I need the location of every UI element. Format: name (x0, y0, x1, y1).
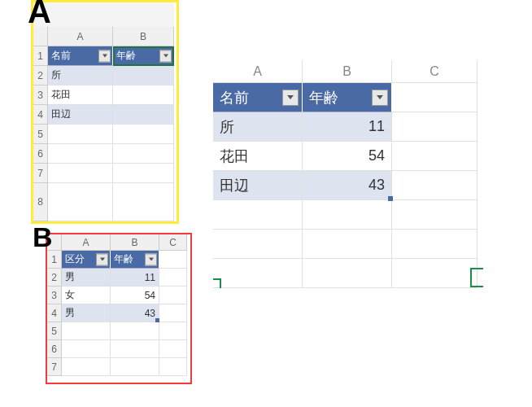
cell-c4[interactable] (392, 171, 477, 200)
cell-b7[interactable] (303, 259, 392, 288)
cell-c6[interactable] (392, 230, 477, 259)
cell-a7[interactable] (62, 358, 111, 376)
table-header-age[interactable]: 年齢 (111, 251, 159, 269)
cell-a4[interactable]: 男 (62, 304, 111, 322)
filter-dropdown-name[interactable] (98, 50, 111, 62)
cell-c3[interactable] (392, 142, 477, 171)
sheet-c: A B C 名前 年齢 所 11 花田 54 田辺 43 (213, 60, 482, 296)
col-header-a[interactable]: A (62, 234, 111, 251)
row-header-7[interactable]: 7 (33, 164, 48, 183)
cell-a2[interactable]: 所 (48, 66, 113, 85)
cell-b4[interactable]: 43 (111, 304, 159, 322)
cell-c2[interactable] (392, 112, 477, 142)
cell-c5[interactable] (392, 200, 477, 230)
table-header-name-label: 名前 (51, 49, 71, 63)
cell-b7[interactable] (113, 164, 174, 183)
col-header-a[interactable]: A (48, 27, 113, 46)
panel-b: A B C 1 区分 年齢 2 男 11 3 女 54 4 男 43 5 6 (46, 233, 192, 384)
table-header-age-label: 年齢 (309, 88, 338, 107)
cell-b4[interactable]: 43 (303, 171, 392, 200)
filter-dropdown-age[interactable] (159, 50, 172, 62)
row-header-1[interactable]: 1 (47, 251, 62, 269)
cell-b3[interactable]: 54 (303, 142, 392, 171)
cell-b5[interactable] (303, 200, 392, 230)
cell-c7[interactable] (159, 358, 187, 376)
row-header-2[interactable]: 2 (47, 269, 62, 287)
filter-dropdown-age[interactable] (372, 90, 388, 106)
cell-a5[interactable] (48, 125, 113, 144)
cell-a6[interactable] (48, 144, 113, 164)
cell-a8[interactable] (48, 183, 113, 221)
row-header-6[interactable]: 6 (47, 340, 62, 358)
cell-a3[interactable]: 花田 (48, 85, 113, 105)
table-header-age[interactable]: 年齢 (113, 46, 174, 66)
cell-b2[interactable]: 11 (111, 269, 159, 287)
selection-marker-left (213, 278, 221, 288)
row-header-4[interactable]: 4 (33, 105, 48, 125)
cell-c3[interactable] (159, 287, 187, 304)
cell-a6[interactable] (62, 340, 111, 358)
row-header-2[interactable]: 2 (33, 66, 48, 85)
row-header-3[interactable]: 3 (33, 85, 48, 105)
cell-b4[interactable] (113, 105, 174, 125)
sheet-b: A B C 1 区分 年齢 2 男 11 3 女 54 4 男 43 5 6 (47, 234, 190, 383)
cell-c1[interactable] (159, 251, 187, 269)
cell-b7[interactable] (111, 358, 159, 376)
panel-c: A B C 名前 年齢 所 11 花田 54 田辺 43 (213, 60, 482, 296)
cell-b8[interactable] (113, 183, 174, 221)
cell-a2[interactable]: 男 (62, 269, 111, 287)
cell-a3[interactable]: 花田 (213, 142, 303, 171)
cell-a4[interactable]: 田辺 (213, 171, 303, 200)
table-header-name[interactable]: 名前 (213, 83, 303, 112)
cell-c5[interactable] (159, 322, 187, 340)
cell-c1[interactable] (392, 83, 477, 112)
cell-c6[interactable] (159, 340, 187, 358)
table-header-name[interactable]: 名前 (48, 46, 113, 66)
cell-c2[interactable] (159, 269, 187, 287)
cell-b6[interactable] (113, 144, 174, 164)
table-header-age[interactable]: 年齢 (303, 83, 392, 112)
cell-a4[interactable]: 田辺 (48, 105, 113, 125)
cell-b3[interactable]: 54 (111, 287, 159, 304)
panel-a: A B 1 名前 年齢 2 所 3 花田 4 田辺 5 6 7 8 (31, 0, 179, 224)
cell-a6[interactable] (213, 230, 303, 259)
selection-marker-right (470, 268, 483, 287)
cell-b2[interactable] (113, 66, 174, 85)
table-header-age-label: 年齢 (114, 252, 133, 266)
row-header-1[interactable]: 1 (33, 46, 48, 66)
sheet-a: A B 1 名前 年齢 2 所 3 花田 4 田辺 5 6 7 8 (33, 2, 177, 221)
filter-dropdown-name[interactable] (282, 90, 299, 106)
col-header-b[interactable]: B (113, 27, 174, 46)
cell-c4[interactable] (159, 304, 187, 322)
panel-b-label: B (33, 221, 53, 253)
row-header-6[interactable]: 6 (33, 144, 48, 164)
col-header-a[interactable]: A (213, 60, 303, 83)
cell-b2[interactable]: 11 (303, 112, 392, 142)
col-header-c[interactable]: C (392, 60, 477, 83)
row-header-4[interactable]: 4 (47, 304, 62, 322)
cell-a2[interactable]: 所 (213, 112, 303, 142)
table-header-category[interactable]: 区分 (62, 251, 111, 269)
cell-b6[interactable] (111, 340, 159, 358)
cell-b5[interactable] (111, 322, 159, 340)
cell-a7[interactable] (48, 164, 113, 183)
cell-b5[interactable] (113, 125, 174, 144)
cell-b6[interactable] (303, 230, 392, 259)
row-header-5[interactable]: 5 (33, 125, 48, 144)
cell-a5[interactable] (213, 200, 303, 230)
col-header-c[interactable]: C (159, 234, 187, 251)
row-header-7[interactable]: 7 (47, 358, 62, 376)
cell-b3[interactable] (113, 85, 174, 105)
col-header-b[interactable]: B (111, 234, 159, 251)
panel-a-label: A (28, 0, 51, 30)
row-header-3[interactable]: 3 (47, 287, 62, 304)
col-header-b[interactable]: B (303, 60, 392, 83)
row-header-5[interactable]: 5 (47, 322, 62, 340)
filter-dropdown-age[interactable] (145, 253, 157, 265)
cell-a7[interactable] (213, 259, 303, 288)
cell-a5[interactable] (62, 322, 111, 340)
cell-a3[interactable]: 女 (62, 287, 111, 304)
filter-dropdown-category[interactable] (96, 253, 108, 265)
row-header-8[interactable]: 8 (33, 183, 48, 221)
cell-c7[interactable] (392, 259, 477, 288)
